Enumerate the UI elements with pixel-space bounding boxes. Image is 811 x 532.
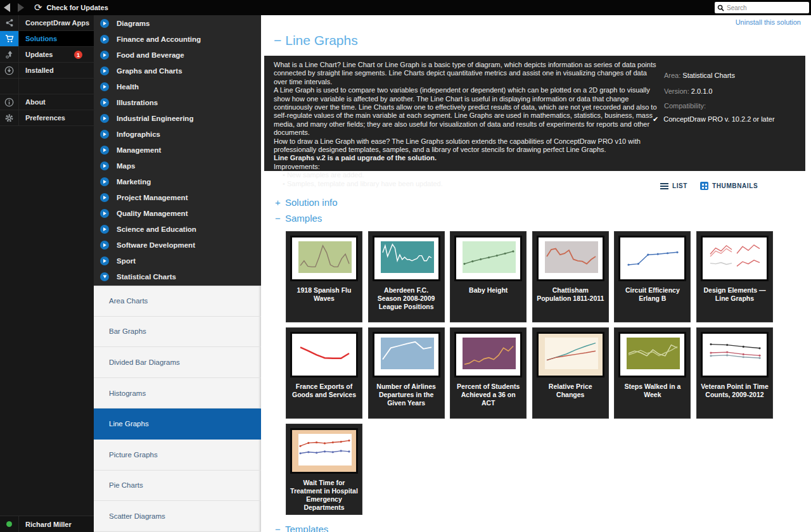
list-view-button[interactable]: LIST — [660, 182, 687, 189]
category-item[interactable]: Infographics — [94, 126, 261, 142]
category-label: Industrial Engineering — [117, 115, 193, 122]
sidebar-item-solutions[interactable]: Solutions — [0, 31, 94, 47]
list-view-label: LIST — [672, 182, 687, 189]
sample-card[interactable]: France Exports of Goods and Services — [286, 327, 362, 419]
section-label: Samples — [285, 213, 322, 224]
category-item[interactable]: Project Management — [94, 189, 261, 205]
section-samples[interactable]: −Samples — [275, 213, 322, 224]
category-expand-icon — [100, 256, 109, 265]
category-item[interactable]: Quality Management — [94, 205, 261, 221]
category-expand-icon — [100, 272, 109, 281]
subcategory-item[interactable]: Bar Graphs — [94, 317, 261, 348]
installed-icon — [0, 63, 19, 78]
category-item[interactable]: Health — [94, 79, 261, 94]
sample-thumbnail — [373, 332, 440, 377]
category-item[interactable]: Graphs and Charts — [94, 63, 261, 79]
sample-thumbnail — [537, 236, 604, 281]
section-templates[interactable]: −Templates — [275, 524, 328, 532]
sample-card[interactable]: Wait Time for Treatment in Hospital Emer… — [286, 424, 362, 515]
forward-button[interactable] — [14, 0, 28, 15]
uninstall-link[interactable]: Uninstall this solution — [736, 18, 801, 26]
sidebar-item-conceptdraw-apps[interactable]: ConceptDraw Apps — [0, 15, 94, 31]
subcategory-item[interactable]: Line Graphs — [94, 408, 261, 440]
sample-title: Design Elements — Line Graphs — [697, 286, 772, 303]
sample-card[interactable]: 1918 Spanish Flu Waves — [286, 231, 362, 322]
sidebar: ConceptDraw Apps Solutions Updates 1 Ins… — [0, 15, 94, 532]
sidebar-item-updates[interactable]: Updates 1 — [0, 47, 94, 63]
category-item[interactable]: Food and Beverage — [94, 47, 261, 63]
compatibility-value-row: ✔ ConceptDraw PRO v. 10.2.2 or later — [653, 115, 775, 124]
category-label: Sport — [117, 257, 136, 265]
sample-card[interactable]: Relative Price Changes — [532, 327, 609, 419]
sample-card[interactable]: Steps Walked in a Week — [614, 327, 691, 419]
sidebar-item-about[interactable]: About — [0, 94, 94, 110]
category-expand-icon — [100, 177, 109, 186]
sample-card[interactable]: Design Elements — Line Graphs — [696, 231, 773, 322]
info-icon — [0, 94, 19, 110]
page-title: −Line Graphs — [274, 33, 358, 48]
category-label: Food and Beverage — [117, 51, 184, 59]
search-input[interactable] — [727, 4, 807, 11]
apps-icon — [0, 15, 19, 30]
improvement-item: Samples, template and library have been … — [274, 180, 661, 188]
category-label: Illustrations — [117, 99, 158, 106]
subcategory-item[interactable]: Area Charts — [94, 286, 261, 317]
version-value: 2.0.1.0 — [691, 87, 713, 95]
subcategory-item[interactable]: Divided Bar Diagrams — [94, 347, 261, 378]
sample-card[interactable]: Percent of Students Achieved a 36 on ACT — [450, 327, 527, 419]
main-content: Uninstall this solution −Line Graphs Wha… — [261, 15, 811, 532]
category-item[interactable]: Science and Education — [94, 221, 261, 237]
page-title-text: Line Graphs — [285, 33, 357, 48]
category-panel: Diagrams Finance and Accounting Food and… — [94, 15, 261, 532]
sidebar-item-preferences[interactable]: Preferences — [0, 110, 94, 126]
category-item[interactable]: Illustrations — [94, 94, 261, 110]
improvement-item: New samples are added. — [274, 171, 661, 179]
category-item[interactable]: Industrial Engineering — [94, 110, 261, 126]
sample-card[interactable]: Number of Airlines Departures in the Giv… — [368, 327, 445, 419]
forward-icon — [18, 3, 24, 12]
category-expand-icon — [100, 51, 109, 60]
category-expand-icon — [100, 98, 109, 107]
description: What is a Line Chart? Line Chart or Line… — [274, 61, 661, 188]
section-solution-info[interactable]: +Solution info — [275, 197, 338, 208]
sample-thumbnail — [373, 236, 440, 281]
subcategory-item[interactable]: Scatter Diagrams — [94, 501, 261, 532]
category-item[interactable]: Sport — [94, 253, 261, 269]
user-row[interactable]: Richard Miller — [0, 516, 94, 532]
category-expand-icon — [100, 114, 109, 123]
category-item[interactable]: Maps — [94, 158, 261, 174]
category-item[interactable]: Diagrams — [94, 15, 261, 31]
topbar: ⟳ Check for Updates — [0, 0, 811, 15]
sample-thumbnail — [290, 332, 358, 377]
sample-thumbnail — [454, 236, 522, 281]
sidebar-item-installed[interactable]: Installed — [0, 63, 94, 79]
subcategory-item[interactable]: Pie Charts — [94, 471, 261, 502]
section-label: Templates — [285, 524, 328, 532]
paid-upgrade-line: Line Graphs v.2 is a paid upgrade of the… — [274, 154, 661, 162]
description-paragraph: What is a Line Chart? Line Chart or Line… — [274, 61, 661, 86]
sample-title: Circuit Efficiency Erlang B — [615, 286, 690, 303]
category-item[interactable]: Finance and Accounting — [94, 31, 261, 47]
check-updates-button[interactable]: ⟳ Check for Updates — [34, 2, 108, 13]
category-item[interactable]: Software Development — [94, 237, 261, 253]
refresh-icon: ⟳ — [34, 2, 42, 13]
gear-icon — [0, 110, 19, 125]
subcategory-item[interactable]: Picture Graphs — [94, 440, 261, 471]
sample-card[interactable]: Baby Height — [450, 231, 527, 322]
back-button[interactable] — [0, 0, 14, 15]
category-label: Finance and Accounting — [117, 35, 201, 43]
category-expand-icon — [100, 19, 109, 28]
category-item[interactable]: Management — [94, 142, 261, 158]
thumbnails-view-button[interactable]: THUMBNAILS — [700, 182, 758, 190]
back-icon — [4, 3, 10, 12]
app-window: ⟳ Check for Updates ConceptDraw Apps Sol… — [0, 0, 811, 532]
category-item[interactable]: Marketing — [94, 174, 261, 189]
search-box[interactable] — [715, 2, 809, 13]
category-item[interactable]: Statistical Charts — [94, 269, 261, 284]
subcategory-item[interactable]: Histograms — [94, 378, 261, 409]
sample-card[interactable]: Veteran Point in Time Counts, 2009-2012 — [696, 327, 773, 419]
sample-card[interactable]: Circuit Efficiency Erlang B — [614, 231, 691, 322]
sample-card[interactable]: Aberdeen F.C. Season 2008-2009 League Po… — [368, 231, 445, 322]
sample-card[interactable]: Chattisham Population 1811-2011 — [532, 231, 609, 322]
category-expand-icon — [100, 130, 109, 139]
